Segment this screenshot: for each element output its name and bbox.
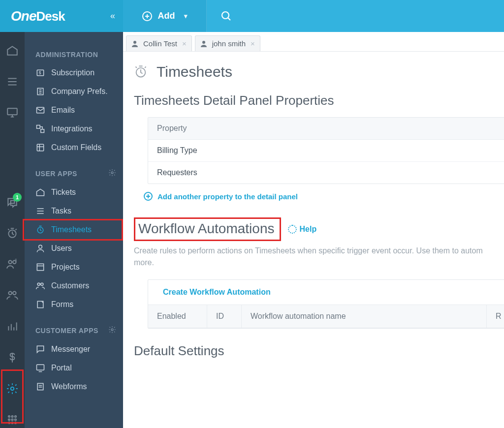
rail-tickets[interactable] <box>0 42 25 59</box>
person-icon <box>130 39 139 48</box>
sidebar-item-messenger[interactable]: Messenger <box>25 340 123 359</box>
svg-point-40 <box>111 172 113 174</box>
properties-head: Property <box>148 118 504 140</box>
sidebar-item-subscription[interactable]: $Subscription <box>25 63 123 82</box>
sidebar-item-label: Tasks <box>51 207 71 215</box>
rail-timesheets[interactable] <box>0 225 25 242</box>
collapse-sidebar-icon[interactable]: « <box>110 11 115 21</box>
svg-point-23 <box>11 419 13 420</box>
rail-users-money[interactable]: $ <box>0 256 25 273</box>
sidebar-item-custom-fields[interactable]: Custom Fields <box>25 138 123 157</box>
sidebar-item-webforms[interactable]: Webforms <box>25 377 123 396</box>
section-customer-apps: CUSTOMER APPS <box>25 321 123 340</box>
col-r: R <box>487 305 504 328</box>
create-workflow-label: Create Workflow Automation <box>163 288 271 297</box>
svg-point-24 <box>15 419 16 420</box>
section-customer-label: CUSTOMER APPS <box>35 327 98 335</box>
rail-messages[interactable]: 1 <box>0 194 25 211</box>
close-icon[interactable]: × <box>251 39 255 48</box>
section-user-apps: USER APPS <box>25 164 123 183</box>
sidebar-item-forms[interactable]: Forms <box>25 295 123 314</box>
rail-tasks[interactable] <box>0 73 25 90</box>
rail-analytics[interactable] <box>0 318 25 335</box>
gear-icon[interactable] <box>108 326 116 335</box>
svg-point-26 <box>11 422 13 423</box>
svg-point-13 <box>13 292 16 295</box>
wa-table-head: Enabled ID Workflow automation name R <box>148 305 504 328</box>
sidebar-item-users[interactable]: Users <box>25 239 123 258</box>
search-icon <box>220 10 232 22</box>
search-button[interactable] <box>207 0 246 32</box>
rail-customers[interactable] <box>0 287 25 304</box>
section-user-label: USER APPS <box>35 170 77 178</box>
rail-display[interactable] <box>0 104 25 121</box>
col-enabled: Enabled <box>148 305 207 328</box>
brand-one: One <box>11 8 36 24</box>
sidebar-item-integrations[interactable]: Integrations <box>25 120 123 138</box>
svg-point-25 <box>8 422 10 423</box>
section-admin-label: ADMINISTRATION <box>35 51 98 59</box>
sidebar-item-label: Forms <box>51 300 73 309</box>
sidebar-item-label: Portal <box>51 364 72 372</box>
clock-icon <box>134 65 148 79</box>
property-row[interactable]: Requesters <box>148 162 504 183</box>
sidebar-item-label: Emails <box>51 106 75 115</box>
rail-apps-grid[interactable] <box>0 411 25 428</box>
rail-finance[interactable] <box>0 349 25 366</box>
create-workflow-link[interactable]: Create Workflow Automation <box>148 280 504 305</box>
help-label: Help <box>300 225 317 234</box>
section-administration: ADMINISTRATION <box>25 46 123 63</box>
plus-circle-icon <box>144 192 153 201</box>
page-title: Timesheets <box>157 63 232 80</box>
svg-rect-46 <box>37 264 43 270</box>
workflow-automations-row: Workflow Automations Help <box>134 217 504 241</box>
sidebar-item-label: Integrations <box>51 124 93 133</box>
sidebar-item-label: Webforms <box>51 382 87 391</box>
sidebar-item-tasks[interactable]: Tasks <box>25 202 123 220</box>
sidebar-item-projects[interactable]: Projects <box>25 258 123 276</box>
add-button[interactable]: Add ▾ <box>123 0 207 32</box>
col-id: ID <box>207 305 242 328</box>
gear-icon[interactable] <box>108 169 116 178</box>
svg-rect-54 <box>37 383 43 390</box>
svg-point-22 <box>8 419 10 420</box>
sidebar-item-timesheets[interactable]: Timesheets <box>25 220 123 239</box>
svg-point-48 <box>37 283 40 285</box>
svg-rect-35 <box>37 125 40 129</box>
add-property-label: Add another property to the detail panel <box>158 192 298 201</box>
svg-point-20 <box>11 415 13 417</box>
svg-rect-52 <box>37 365 44 370</box>
page-title-row: Timesheets <box>134 63 504 80</box>
sidebar-item-label: Company Prefs. <box>51 87 108 96</box>
sidebar-item-tickets[interactable]: Tickets <box>25 183 123 202</box>
sidebar-item-emails[interactable]: Emails <box>25 101 123 120</box>
property-row[interactable]: Billing Type <box>148 140 504 162</box>
tab-john-smith[interactable]: john smith × <box>195 35 260 51</box>
add-property-link[interactable]: Add another property to the detail panel <box>144 192 504 201</box>
svg-rect-5 <box>7 108 17 115</box>
brand-logo[interactable]: OneDesk <box>11 8 65 24</box>
properties-panel: Property Billing Type Requesters <box>148 117 504 184</box>
sidebar-item-portal[interactable]: Portal <box>25 359 123 377</box>
help-link[interactable]: Help <box>288 225 317 234</box>
sidebar-item-label: Messenger <box>51 345 90 354</box>
plus-circle-icon <box>142 11 152 21</box>
wa-description: Create rules to perform actions on Times… <box>134 245 504 269</box>
svg-rect-37 <box>37 144 43 151</box>
svg-point-0 <box>222 12 229 19</box>
tab-label: john smith <box>212 39 246 48</box>
rail-settings[interactable] <box>0 380 25 397</box>
sidebar: ADMINISTRATION $Subscription Company Pre… <box>25 32 123 428</box>
svg-point-57 <box>133 41 136 44</box>
tab-collin-test[interactable]: Collin Test × <box>126 35 192 51</box>
sidebar-item-company-prefs[interactable]: Company Prefs. <box>25 82 123 101</box>
sidebar-item-customers[interactable]: Customers <box>25 276 123 295</box>
tab-label: Collin Test <box>143 39 177 48</box>
wa-title: Workflow Automations <box>138 221 275 236</box>
close-icon[interactable]: × <box>182 39 187 48</box>
brand-desk: Desk <box>36 9 64 24</box>
svg-rect-36 <box>41 129 44 133</box>
sidebar-item-label: Tickets <box>51 188 76 197</box>
col-name: Workflow automation name <box>242 305 487 328</box>
svg-text:$: $ <box>39 70 41 75</box>
